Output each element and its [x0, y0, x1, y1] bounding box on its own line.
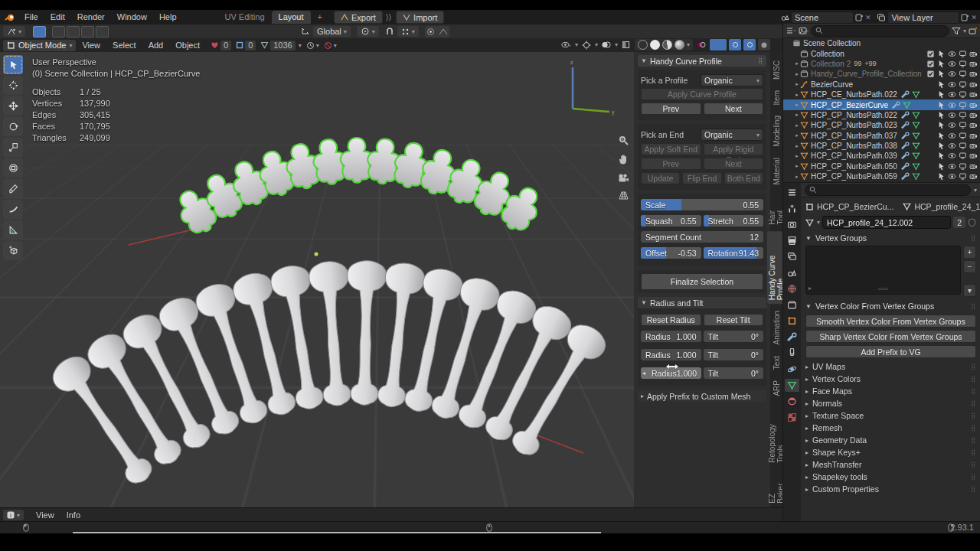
outliner-row-hcp-cp-nurbspath-037[interactable]: ▸HCP_CP_NurbsPath.037 — [783, 131, 980, 141]
section-geometry-data[interactable]: ▸Geometry Data⣿ — [805, 434, 976, 446]
sidebar-tab-handy-curve-profile[interactable]: Handy Curve Profile — [767, 231, 782, 304]
outliner-filter-image-dropdown[interactable] — [799, 27, 808, 35]
screen-icon[interactable] — [959, 90, 967, 99]
radius-field-2[interactable]: Radius1.000 — [641, 349, 701, 360]
remove-view-layer-icon[interactable]: ✕ — [971, 14, 977, 21]
mesh-datablock-icon[interactable] — [805, 219, 815, 227]
counter-heart[interactable]: 0 — [211, 41, 231, 51]
apply-rigid-end-button[interactable]: Apply Rigid End — [704, 143, 764, 155]
reset-tilt-button[interactable]: Reset Tilt — [704, 314, 764, 326]
menu-window[interactable]: Window — [111, 10, 153, 24]
view-layer-icon[interactable] — [877, 13, 886, 22]
info-editor-type-selector[interactable]: i ▾ — [3, 510, 24, 520]
smooth-vertex-color-from-vertex-groups-button[interactable]: Smooth Vertex Color From Vertex Groups — [805, 315, 976, 328]
breadcrumb-object[interactable]: HCP_CP_BezierCu... — [817, 202, 893, 211]
sidebar-tab-ez-baker[interactable]: EZ Baker — [767, 469, 782, 507]
select-mode-intersect[interactable] — [96, 26, 109, 37]
viewport-menu-view[interactable]: View — [76, 38, 106, 53]
properties-tab-output[interactable] — [785, 234, 799, 247]
cursor-icon[interactable] — [937, 152, 946, 160]
overlays-dropdown[interactable] — [600, 39, 612, 51]
select-mode-extend[interactable] — [52, 26, 65, 37]
camera-icon[interactable] — [969, 60, 978, 68]
overlay-toggle-3[interactable] — [743, 39, 756, 51]
expand-arrow-icon[interactable]: ▸ — [794, 112, 800, 118]
outliner-display-mode-dropdown[interactable] — [786, 27, 796, 34]
outliner-search-input[interactable] — [811, 25, 949, 37]
expand-arrow-icon[interactable]: ▸ — [794, 60, 800, 67]
reset-radius-button[interactable]: Reset Radius — [641, 314, 701, 326]
camera-icon[interactable] — [969, 132, 978, 140]
info-menu-info[interactable]: Info — [60, 508, 87, 523]
flip-end-button[interactable]: Flip End — [682, 172, 721, 184]
vertex-groups-listbox[interactable]: ▸ ══ — [805, 246, 961, 295]
outliner-row-hcp-cp-beziercurve[interactable]: ▸HCP_CP_BezierCurve — [783, 99, 980, 109]
properties-tab-collection[interactable] — [785, 298, 799, 311]
outliner-row-scene-collection[interactable]: Scene Collection — [783, 38, 980, 48]
cursor-icon[interactable] — [937, 162, 946, 171]
cursor-icon[interactable] — [937, 90, 946, 99]
eye-icon[interactable] — [948, 152, 956, 160]
expand-arrow-icon[interactable]: ▸ — [794, 132, 800, 139]
outliner-row-handy-curve-profile-collection[interactable]: ▸Handy_Curve_Profile_Collection — [783, 69, 980, 79]
eye-icon[interactable] — [948, 101, 956, 109]
ortho-grid-icon[interactable] — [618, 191, 629, 201]
camera-icon[interactable] — [969, 162, 978, 171]
scale-tool-button[interactable] — [3, 138, 23, 157]
screen-icon[interactable] — [959, 172, 967, 181]
spine-model-top-selected[interactable] — [171, 138, 547, 240]
outliner-row-hcp-cp-nurbspath-039[interactable]: ▸HCP_CP_NurbsPath.039 — [783, 151, 980, 161]
import-button[interactable]: Import — [396, 11, 444, 24]
properties-tab-render[interactable] — [785, 218, 799, 231]
export-button[interactable]: Export — [334, 11, 383, 24]
camera-icon[interactable] — [969, 101, 978, 109]
pick-end-dropdown[interactable]: Organic▾ — [701, 129, 763, 141]
screen-icon[interactable] — [959, 80, 967, 89]
datablock-users-button[interactable]: 2 — [953, 217, 965, 228]
view-layer-selector[interactable]: View Layer — [887, 11, 959, 24]
prev-end-button[interactable]: Prev — [641, 158, 701, 170]
expand-arrow-icon[interactable]: ▸ — [794, 81, 800, 87]
pan-hand-icon[interactable] — [618, 154, 629, 165]
screen-icon[interactable] — [959, 101, 967, 109]
transform-tool-button[interactable] — [3, 158, 23, 178]
cursor-icon[interactable] — [937, 70, 946, 78]
cursor-icon[interactable] — [937, 111, 946, 119]
eye-icon[interactable] — [948, 70, 956, 78]
pivot-point-dropdown[interactable]: ▾ — [357, 26, 379, 37]
properties-tab-world[interactable] — [785, 282, 799, 295]
expand-arrow-icon[interactable]: ▸ — [794, 174, 800, 180]
shading-dropdown[interactable]: ▾ — [687, 41, 690, 48]
outliner-row-hcp-cp-nurbspath-038[interactable]: ▸HCP_CP_NurbsPath.038 — [783, 141, 980, 151]
modifier-wrench-icon[interactable] — [901, 132, 910, 140]
overlay-toggle-4[interactable] — [758, 39, 770, 51]
properties-search-input[interactable] — [805, 184, 971, 196]
history-dropdown[interactable]: ▾ — [306, 41, 319, 50]
modifier-wrench-icon[interactable] — [901, 121, 910, 129]
apply-curve-profile-button[interactable]: Apply Curve Profile — [641, 88, 763, 100]
camera-icon[interactable] — [969, 70, 978, 78]
expand-arrow-icon[interactable]: ▸ — [794, 122, 800, 129]
expand-arrow-icon[interactable]: ▸ — [794, 163, 800, 169]
cursor-icon[interactable] — [937, 142, 946, 150]
screen-icon[interactable] — [959, 132, 967, 140]
measure-tool-button[interactable] — [3, 200, 23, 219]
next-end-button[interactable]: Next — [704, 158, 764, 170]
add-cube-tool-button[interactable] — [3, 241, 23, 260]
screen-icon[interactable] — [959, 50, 967, 58]
vcfg-section-header[interactable]: ▼Vertex Color From Vertex Groups⣿ — [805, 300, 976, 312]
annotate-tool-button[interactable] — [3, 179, 23, 198]
offset-slider[interactable]: Offset-0.53 — [641, 247, 701, 259]
move-tool-button[interactable] — [3, 96, 23, 116]
squash-slider[interactable]: Squash0.55 — [641, 215, 701, 227]
vertex-groups-section-header[interactable]: ▼Vertex Groups⣿ — [805, 232, 976, 244]
protractor-tool-button[interactable] — [3, 220, 23, 240]
menu-render[interactable]: Render — [71, 10, 111, 24]
sidebar-tab-hair-tool[interactable]: Hair Tool — [767, 192, 782, 228]
camera-icon[interactable] — [969, 90, 978, 99]
shading-rendered[interactable] — [675, 40, 684, 50]
new-collection-icon[interactable] — [969, 27, 978, 35]
editor-type-selector[interactable]: ▾ — [3, 26, 25, 37]
cursor-icon[interactable] — [937, 80, 946, 89]
sidebar-tab-misc[interactable]: MISC — [772, 57, 782, 83]
